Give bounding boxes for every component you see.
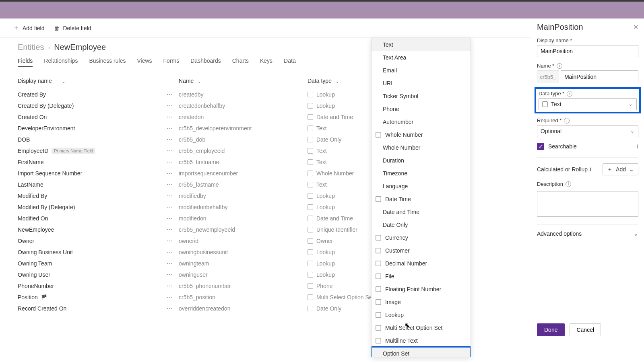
dropdown-option-whole-number[interactable]: Whole Number	[372, 141, 471, 154]
tab-relationships[interactable]: Relationships	[44, 58, 78, 67]
tab-fields[interactable]: Fields	[18, 58, 33, 67]
flag-icon: 🏴	[41, 294, 47, 300]
dropdown-group-multiline-text[interactable]: Multiline Text	[372, 334, 471, 347]
type-icon	[308, 306, 313, 311]
tab-keys[interactable]: Keys	[260, 58, 272, 67]
cell-display-name: Modified On	[18, 215, 167, 222]
row-more-icon[interactable]: ⋯	[167, 136, 171, 143]
dropdown-group-customer[interactable]: Customer	[372, 244, 471, 257]
dropdown-option-date-and-time[interactable]: Date and Time	[372, 206, 471, 218]
group-icon	[376, 261, 381, 266]
cell-display-name: NewEmployee	[18, 226, 167, 233]
info-icon[interactable]: i	[590, 166, 591, 173]
dropdown-option-duration[interactable]: Duration	[372, 154, 471, 167]
add-field-button[interactable]: ＋ Add field	[13, 24, 44, 32]
cell-display-name: Record Created On	[18, 305, 167, 312]
tab-charts[interactable]: Charts	[232, 58, 249, 67]
delete-field-label: Delete field	[63, 25, 91, 31]
group-icon	[376, 325, 381, 331]
group-icon	[376, 132, 381, 138]
required-select[interactable]: Optional	[537, 125, 638, 137]
display-name-input[interactable]	[537, 45, 638, 57]
tab-dashboards[interactable]: Dashboards	[190, 58, 221, 67]
dropdown-option-email[interactable]: Email	[372, 64, 471, 77]
dropdown-option-text[interactable]: Text	[372, 38, 471, 51]
sort-asc-icon: ↑	[56, 79, 58, 84]
row-more-icon[interactable]: ⋯	[167, 204, 171, 210]
row-more-icon[interactable]: ⋯	[167, 181, 171, 188]
tab-forms[interactable]: Forms	[163, 58, 180, 67]
type-icon	[308, 216, 313, 221]
dropdown-option-language[interactable]: Language	[372, 180, 471, 193]
cell-name: cr5b5_lastname	[179, 181, 308, 188]
chevron-down-icon: ⌄	[336, 79, 339, 84]
dropdown-group-floating-point-number[interactable]: Floating Point Number	[372, 283, 471, 296]
dropdown-option-phone[interactable]: Phone	[372, 103, 471, 115]
info-icon[interactable]: i	[557, 63, 562, 69]
row-more-icon[interactable]: ⋯	[167, 215, 171, 222]
delete-field-button[interactable]: 🗑 Delete field	[54, 25, 91, 31]
row-more-icon[interactable]: ⋯	[167, 91, 171, 98]
row-more-icon[interactable]: ⋯	[167, 148, 171, 154]
cell-display-name: Created By	[18, 91, 167, 98]
dropdown-option-timezone[interactable]: Timezone	[372, 167, 471, 180]
dropdown-option-autonumber[interactable]: Autonumber	[372, 115, 471, 128]
col-display-name[interactable]: Display name ↑ ⌄	[18, 78, 179, 84]
dropdown-group-file[interactable]: File	[372, 270, 471, 283]
advanced-options-toggle[interactable]: Advanced options ⌄	[537, 224, 638, 243]
tab-data[interactable]: Data	[284, 58, 296, 67]
row-more-icon[interactable]: ⋯	[167, 272, 171, 278]
cell-name: modifiedonbehalfby	[179, 204, 308, 210]
row-more-icon[interactable]: ⋯	[167, 249, 171, 255]
data-type-label: Data type * i	[539, 90, 637, 97]
info-icon[interactable]: i	[567, 91, 572, 97]
breadcrumb-root[interactable]: Entities	[18, 43, 44, 52]
info-icon[interactable]: i	[566, 181, 571, 187]
dropdown-group-lookup[interactable]: Lookup	[372, 309, 471, 321]
cell-display-name: Owning User	[18, 272, 167, 278]
searchable-checkbox[interactable]: ✓	[537, 143, 544, 150]
row-more-icon[interactable]: ⋯	[167, 260, 171, 267]
dropdown-option-ticker-symbol[interactable]: Ticker Symbol	[372, 90, 471, 103]
name-input[interactable]	[561, 70, 638, 83]
dropdown-group-image[interactable]: Image	[372, 296, 471, 309]
row-more-icon[interactable]: ⋯	[167, 305, 171, 312]
row-more-icon[interactable]: ⋯	[167, 294, 171, 300]
col-name[interactable]: Name ⌄	[179, 78, 308, 84]
dropdown-group-multi-select-option-set[interactable]: Multi Select Option Set	[372, 321, 471, 334]
row-more-icon[interactable]: ⋯	[167, 114, 171, 120]
info-icon[interactable]: i	[564, 118, 570, 123]
tab-business-rules[interactable]: Business rules	[89, 58, 126, 67]
row-more-icon[interactable]: ⋯	[167, 103, 171, 109]
cancel-button[interactable]: Cancel	[570, 323, 601, 336]
row-more-icon[interactable]: ⋯	[167, 226, 171, 233]
data-type-select[interactable]: Text	[539, 98, 637, 110]
panel-title: MainPosition	[537, 23, 583, 32]
dropdown-group-decimal-number[interactable]: Decimal Number	[372, 257, 471, 270]
field-properties-panel: MainPosition ✕ Display name * Name * i c…	[531, 19, 644, 340]
name-label: Name * i	[537, 63, 638, 69]
row-more-icon[interactable]: ⋯	[167, 125, 171, 132]
type-icon	[308, 171, 313, 176]
dropdown-option-url[interactable]: URL	[372, 77, 471, 90]
close-icon[interactable]: ✕	[633, 23, 638, 31]
dropdown-option-text-area[interactable]: Text Area	[372, 51, 471, 64]
dropdown-group-currency[interactable]: Currency	[372, 231, 471, 244]
dropdown-option-date-only[interactable]: Date Only	[372, 218, 471, 231]
row-more-icon[interactable]: ⋯	[167, 159, 171, 165]
svg-rect-0	[376, 132, 381, 137]
trash-icon: 🗑	[54, 25, 60, 31]
cell-name: cr5b5_position	[179, 294, 308, 300]
done-button[interactable]: Done	[537, 323, 565, 336]
dropdown-option-option-set[interactable]: Option Set	[372, 347, 471, 357]
cell-name: owningteam	[179, 260, 308, 267]
row-more-icon[interactable]: ⋯	[167, 193, 171, 199]
row-more-icon[interactable]: ⋯	[167, 283, 171, 289]
row-more-icon[interactable]: ⋯	[167, 238, 171, 244]
row-more-icon[interactable]: ⋯	[167, 170, 171, 177]
description-textarea[interactable]	[537, 191, 638, 217]
info-icon[interactable]: i	[637, 143, 638, 150]
add-button[interactable]: ＋ Add ⌄	[603, 163, 638, 175]
tab-views[interactable]: Views	[137, 58, 152, 67]
data-type-dropdown[interactable]: TextText AreaEmailURLTicker SymbolPhoneA…	[371, 38, 471, 357]
